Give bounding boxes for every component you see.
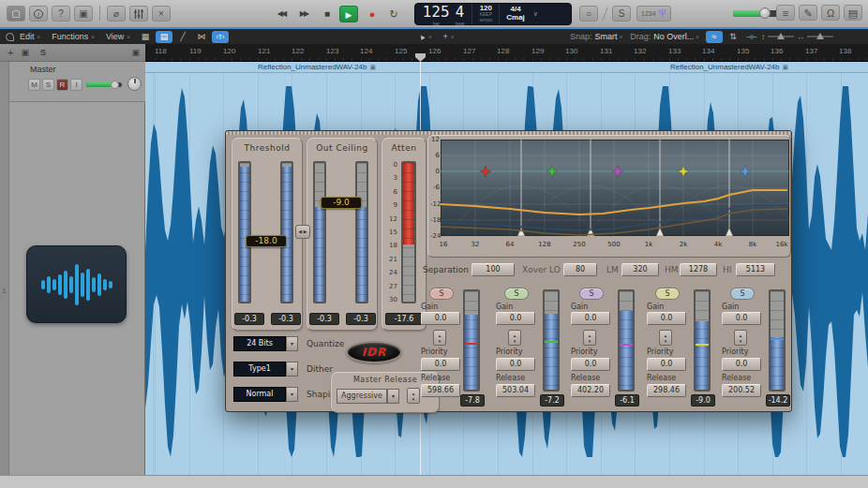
band-3-solo-button[interactable]: S: [579, 288, 604, 300]
solo-button[interactable]: S: [42, 79, 54, 91]
mixer-button[interactable]: [129, 6, 148, 22]
band-2-stepper[interactable]: ▴▾: [508, 330, 521, 346]
track-solo-button[interactable]: S: [40, 48, 46, 57]
band-5-release[interactable]: 200.52: [722, 384, 761, 397]
band-4-release[interactable]: 298.46: [647, 384, 686, 397]
band-2-release[interactable]: 503.04: [496, 384, 535, 397]
rewind-button[interactable]: ◀◀: [272, 6, 291, 22]
band-1-gain[interactable]: 0.0: [421, 312, 460, 325]
stop-button[interactable]: ■: [317, 6, 336, 22]
horizontal-zoom-slider[interactable]: [807, 36, 833, 37]
pointer-tool-selector[interactable]: ▲∨: [418, 32, 432, 41]
band-3-stepper[interactable]: ▴▾: [583, 330, 596, 346]
band-4-gain[interactable]: 0.0: [647, 312, 686, 325]
dropdown-icon[interactable]: ▾: [387, 389, 399, 404]
menu-view[interactable]: View∨: [106, 32, 130, 41]
browsers-button[interactable]: ▤: [844, 5, 862, 21]
out-ceiling-value-tag[interactable]: -9.0: [321, 197, 362, 209]
record-button[interactable]: ●: [362, 6, 381, 22]
band-5-stepper[interactable]: ▴▾: [734, 330, 747, 346]
secondary-tool-selector[interactable]: +∨: [443, 32, 455, 41]
band-1-priority[interactable]: 0.0: [421, 358, 460, 371]
grid-view-button[interactable]: ▦: [137, 31, 154, 43]
band-2-marker[interactable]: [546, 166, 558, 177]
cycle-button[interactable]: ↻: [384, 6, 403, 22]
region-name-strip[interactable]: Reflection_UnmasteredWAV-24b ▣ Reflectio…: [145, 62, 868, 73]
drag-value[interactable]: No Overl...: [653, 32, 694, 41]
master-release-select[interactable]: Aggressive ▾: [337, 389, 399, 404]
dropdown-icon[interactable]: ▾: [286, 362, 298, 377]
band-5-marker[interactable]: [740, 166, 751, 177]
bar-ruler[interactable]: 118 119 120 121 122 123 124 125 126 127 …: [145, 44, 868, 62]
shaping-select[interactable]: Normal ▾: [233, 387, 298, 402]
library-button[interactable]: ▣: [74, 6, 93, 22]
xover-lo-value[interactable]: 80: [563, 263, 597, 276]
track-header-config-icon[interactable]: ▣: [131, 48, 140, 57]
band-1-release[interactable]: 598.66: [421, 384, 460, 397]
automation-button[interactable]: ╱: [174, 31, 191, 43]
quantize-select[interactable]: 24 Bits ▾: [233, 336, 298, 351]
input-monitor-button[interactable]: I: [70, 79, 82, 91]
metronome-button[interactable]: ○: [579, 6, 598, 22]
dither-select[interactable]: Type1 ▾: [233, 362, 298, 377]
cut-tool-button[interactable]: ×: [152, 6, 171, 22]
no-input-button[interactable]: ⌀: [107, 6, 126, 22]
add-track-button[interactable]: +: [7, 47, 13, 58]
forward-button[interactable]: ▶▶: [294, 6, 313, 22]
xover-hi-value[interactable]: 5113: [736, 263, 775, 276]
lcd-display[interactable]: 125bar 4beat 120 KEEP tempo 4/4 Cmaj ∨: [414, 3, 572, 25]
snap-transient-button[interactable]: ›T‹: [212, 31, 229, 43]
xover-hm-value[interactable]: 1278: [680, 263, 717, 276]
playhead-marker[interactable]: [415, 53, 426, 62]
band-5-solo-button[interactable]: S: [730, 288, 755, 300]
tool-menu-icon[interactable]: [6, 33, 14, 41]
list-editors-button[interactable]: ≡: [776, 5, 795, 21]
threshold-link-button[interactable]: ◀ ▶: [295, 225, 310, 239]
play-button[interactable]: ▶: [339, 6, 358, 22]
control-bar-display-button[interactable]: ▢: [7, 6, 25, 22]
dropdown-icon[interactable]: ▾: [286, 387, 298, 402]
volume-thumb[interactable]: [759, 7, 771, 19]
count-in-tuner-group[interactable]: 1234 Ψ: [636, 6, 671, 22]
band-2-priority[interactable]: 0.0: [496, 358, 535, 371]
master-track-header[interactable]: Master M S R I: [0, 62, 145, 102]
band-3-release[interactable]: 402.20: [571, 384, 610, 397]
track-volume-slider[interactable]: [86, 82, 122, 87]
band-3-priority[interactable]: 0.0: [571, 358, 610, 371]
crossfade-button[interactable]: ⋈: [193, 31, 210, 43]
menu-edit[interactable]: Edit∨: [20, 32, 40, 41]
track-icon-tile[interactable]: [26, 245, 127, 323]
band-1-marker[interactable]: [480, 166, 491, 177]
xover-lm-value[interactable]: 320: [621, 263, 659, 276]
vertical-auto-zoom-button[interactable]: ⇅: [725, 31, 741, 43]
band-4-priority[interactable]: 0.0: [647, 358, 686, 371]
record-enable-button[interactable]: R: [56, 79, 68, 91]
dropdown-icon[interactable]: ▾: [286, 336, 298, 351]
quick-help-button[interactable]: i: [29, 6, 48, 22]
solo-mode-button[interactable]: S: [612, 6, 631, 22]
band-5-priority[interactable]: 0.0: [722, 358, 761, 371]
fit-zoom-button[interactable]: ⊣⊢: [743, 31, 760, 43]
regions-view-button[interactable]: ▤: [156, 31, 172, 43]
band-5-gain[interactable]: 0.0: [722, 312, 761, 325]
note-pads-button[interactable]: ✎: [799, 5, 817, 21]
vertical-zoom-slider[interactable]: [768, 36, 794, 37]
separation-value[interactable]: 100: [471, 263, 515, 276]
band-1-solo-button[interactable]: S: [429, 288, 454, 300]
band-2-solo-button[interactable]: S: [504, 288, 529, 300]
lcd-chevron-icon[interactable]: ∨: [533, 10, 538, 18]
snap-value[interactable]: Smart: [595, 32, 618, 41]
band-4-stepper[interactable]: ▴▾: [659, 330, 672, 346]
band-4-marker[interactable]: [678, 166, 689, 177]
band-3-gain[interactable]: 0.0: [571, 312, 610, 325]
band-1-stepper[interactable]: ▴▾: [433, 330, 446, 346]
pan-knob[interactable]: [127, 77, 142, 91]
duplicate-track-icon[interactable]: ▣: [21, 48, 29, 57]
band-2-gain[interactable]: 0.0: [496, 312, 535, 325]
apple-loops-button[interactable]: Ω: [821, 5, 840, 21]
mute-button[interactable]: M: [28, 79, 40, 91]
threshold-value-tag[interactable]: -18.0: [246, 235, 287, 247]
track-name[interactable]: Master: [30, 65, 56, 74]
waveform-zoom-button[interactable]: ≈: [706, 31, 723, 43]
menu-functions[interactable]: Functions∨: [52, 32, 95, 41]
